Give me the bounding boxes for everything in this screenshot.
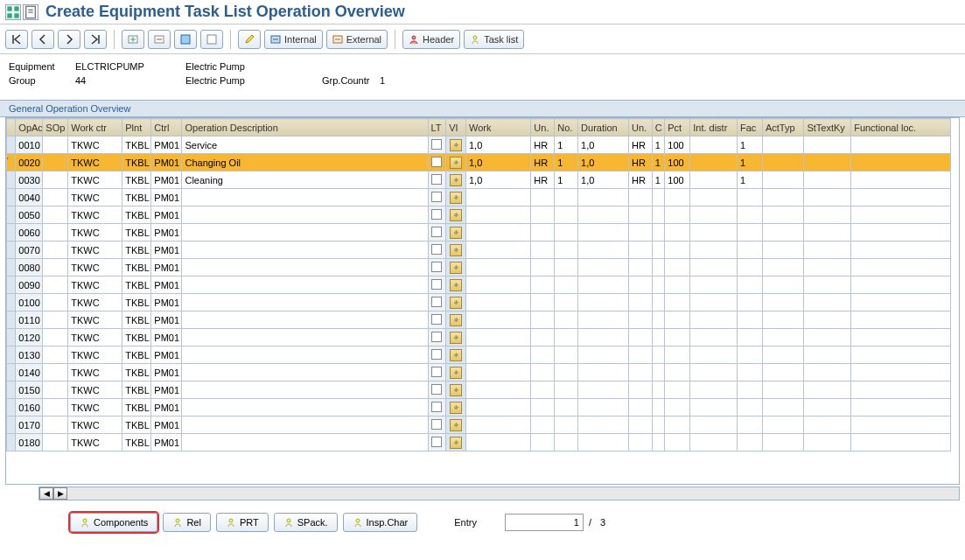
cell[interactable] (804, 224, 851, 242)
cell[interactable] (652, 224, 664, 242)
table-row[interactable]: 0080TKWCTKBLPM01⎆ (7, 259, 951, 276)
cell[interactable]: TKBL (122, 399, 151, 416)
cell[interactable] (7, 172, 16, 189)
cell[interactable] (428, 312, 446, 329)
cell[interactable] (804, 242, 851, 259)
table-row[interactable]: 0050TKWCTKBLPM01⎆ (7, 206, 951, 224)
cell[interactable]: 1,0 (578, 172, 629, 189)
cell[interactable] (182, 259, 428, 276)
cell[interactable]: 1 (652, 136, 664, 154)
table-row[interactable]: 0180TKWCTKBLPM01⎆ (7, 434, 951, 452)
column-header[interactable]: VI (446, 119, 466, 136)
cell[interactable] (531, 416, 555, 434)
cell[interactable]: PM01 (151, 206, 182, 224)
checkbox-icon[interactable] (431, 209, 442, 220)
cell[interactable] (762, 224, 804, 242)
cell[interactable] (628, 364, 652, 382)
cell[interactable] (762, 189, 804, 206)
cell[interactable] (628, 416, 652, 434)
cell[interactable] (762, 399, 804, 416)
cell[interactable] (465, 416, 530, 434)
cell[interactable]: Service (182, 136, 428, 154)
cell[interactable] (762, 206, 804, 224)
cell[interactable] (665, 399, 690, 416)
cell[interactable] (665, 276, 690, 294)
structure-icon[interactable]: ⎆ (450, 262, 462, 274)
cell[interactable]: PM01 (151, 154, 182, 172)
cell[interactable] (737, 189, 762, 206)
cell[interactable] (531, 206, 555, 224)
cell[interactable]: TKWC (68, 364, 122, 382)
table-row[interactable]: 0070TKWCTKBLPM01⎆ (7, 242, 951, 259)
cell[interactable] (531, 382, 555, 399)
cell[interactable]: PM01 (151, 189, 182, 206)
cell[interactable] (428, 364, 446, 382)
cell[interactable]: 1,0 (578, 136, 629, 154)
cell[interactable]: TKBL (122, 346, 151, 364)
cell[interactable]: ⎆ (446, 154, 466, 172)
column-header[interactable]: Work (465, 119, 530, 136)
cell[interactable] (851, 189, 951, 206)
cell[interactable] (851, 312, 951, 329)
cell[interactable]: PM01 (151, 346, 182, 364)
cell[interactable] (652, 399, 664, 416)
cell[interactable]: 0050 (16, 206, 43, 224)
overview-icon[interactable] (5, 4, 21, 20)
cell[interactable] (851, 206, 951, 224)
cell[interactable]: TKBL (122, 136, 151, 154)
cell[interactable] (737, 346, 762, 364)
table-row[interactable]: 0010TKWCTKBLPM01Service⎆1,0HR11,0HR11001 (7, 136, 951, 154)
cell[interactable] (182, 346, 428, 364)
cell[interactable] (465, 259, 530, 276)
cell[interactable] (43, 189, 68, 206)
cell[interactable] (804, 434, 851, 452)
cell[interactable] (804, 136, 851, 154)
cell[interactable]: TKBL (122, 172, 151, 189)
cell[interactable] (43, 416, 68, 434)
structure-icon[interactable]: ⎆ (450, 139, 462, 151)
cell[interactable]: 0040 (16, 189, 43, 206)
cell[interactable] (7, 242, 16, 259)
structure-icon[interactable]: ⎆ (450, 192, 462, 204)
cell[interactable] (762, 382, 804, 399)
checkbox-icon[interactable] (431, 157, 442, 167)
cell[interactable] (182, 206, 428, 224)
cell[interactable]: TKBL (122, 294, 151, 312)
cell[interactable] (555, 206, 578, 224)
cell[interactable] (628, 346, 652, 364)
table-row[interactable]: 0140TKWCTKBLPM01⎆ (7, 364, 951, 382)
cell[interactable]: 1,0 (465, 154, 530, 172)
cell[interactable]: ⎆ (446, 276, 466, 294)
cell[interactable] (762, 416, 804, 434)
cell[interactable]: Changing Oil (182, 154, 428, 172)
table-row[interactable]: 0020TKWCTKBLPM01Changing Oil⎆1,0HR11,0HR… (7, 154, 951, 172)
cell[interactable] (531, 312, 555, 329)
column-header[interactable]: Duration (578, 119, 629, 136)
cell[interactable] (43, 346, 68, 364)
cell[interactable] (652, 329, 664, 346)
cell[interactable]: 1 (652, 154, 664, 172)
cell[interactable]: HR (628, 172, 652, 189)
cell[interactable]: TKWC (68, 172, 122, 189)
cell[interactable] (182, 312, 428, 329)
cell[interactable]: ⎆ (446, 434, 466, 452)
cell[interactable] (851, 416, 951, 434)
checkbox-icon[interactable] (431, 244, 442, 255)
cell[interactable]: 0180 (16, 434, 43, 452)
cell[interactable]: 0080 (16, 259, 43, 276)
cell[interactable] (690, 346, 738, 364)
cell[interactable] (762, 312, 804, 329)
cell[interactable]: TKBL (122, 259, 151, 276)
cell[interactable] (628, 382, 652, 399)
cell[interactable] (851, 294, 951, 312)
cell[interactable] (851, 364, 951, 382)
prt-button[interactable]: PRT (216, 513, 269, 532)
cell[interactable] (804, 329, 851, 346)
column-header[interactable]: Un. (531, 119, 555, 136)
cell[interactable] (7, 329, 16, 346)
cell[interactable] (628, 276, 652, 294)
cell[interactable]: HR (628, 136, 652, 154)
cell[interactable] (43, 434, 68, 452)
cell[interactable]: 0070 (16, 242, 43, 259)
cell[interactable]: TKBL (122, 276, 151, 294)
